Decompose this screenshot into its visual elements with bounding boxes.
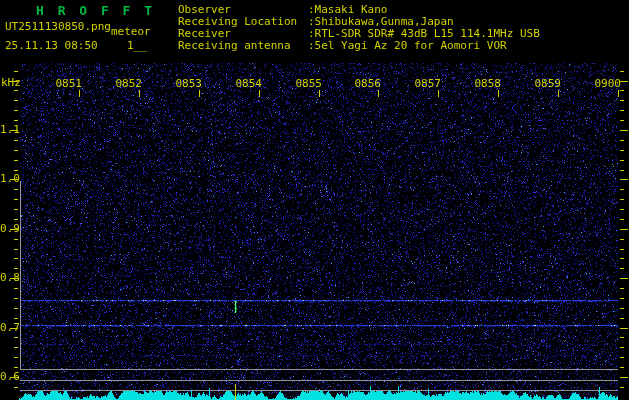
time-tick-label: 0855 <box>292 78 322 89</box>
time-tick-label: 0851 <box>52 78 82 89</box>
receiving-antenna-value: :5el Yagi Az 20 for Aomori VOR <box>308 40 507 51</box>
freq-tick-label: 0.9 <box>0 223 19 234</box>
time-tick-label: 0856 <box>351 78 381 89</box>
time-tick-label: 0859 <box>531 78 561 89</box>
time-tick-label: 0853 <box>172 78 202 89</box>
freq-tick-label: 0.8 <box>0 272 19 283</box>
freq-tick-label: 1.1 <box>0 124 19 135</box>
datetime-label: 25.11.13 08:50 <box>5 40 98 51</box>
freq-axis-unit-label: kHz <box>1 77 21 88</box>
receiving-antenna-label: Receiving antenna <box>178 40 291 51</box>
time-tick-label: 0900 <box>591 78 621 89</box>
freq-tick-label: 0.6 <box>0 371 19 382</box>
time-tick-label: 0858 <box>471 78 501 89</box>
hrofft-screen: H R O F F T UT2511130850.png meteor 25.1… <box>0 0 629 400</box>
time-tick-label: 0857 <box>411 78 441 89</box>
app-title: H R O F F T <box>36 4 155 17</box>
receiver-label: Receiver <box>178 28 231 39</box>
spectrogram-canvas <box>0 0 629 400</box>
receiving-location-value: :Shibukawa,Gunma,Japan <box>308 16 454 27</box>
receiver-value: :RTL-SDR SDR# 43dB L15 114.1MHz USB <box>308 28 540 39</box>
time-tick-label: 0852 <box>112 78 142 89</box>
freq-tick-label: 1.0 <box>0 173 19 184</box>
freq-tick-label: 0.7 <box>0 322 19 333</box>
progress-counter: 1__ <box>127 40 147 51</box>
mode-label: meteor <box>111 26 151 37</box>
time-tick-label: 0854 <box>232 78 262 89</box>
observer-label: Observer <box>178 4 231 15</box>
filename-label: UT2511130850.png <box>5 21 111 32</box>
receiving-location-label: Receiving Location <box>178 16 297 27</box>
observer-value: :Masaki Kano <box>308 4 387 15</box>
